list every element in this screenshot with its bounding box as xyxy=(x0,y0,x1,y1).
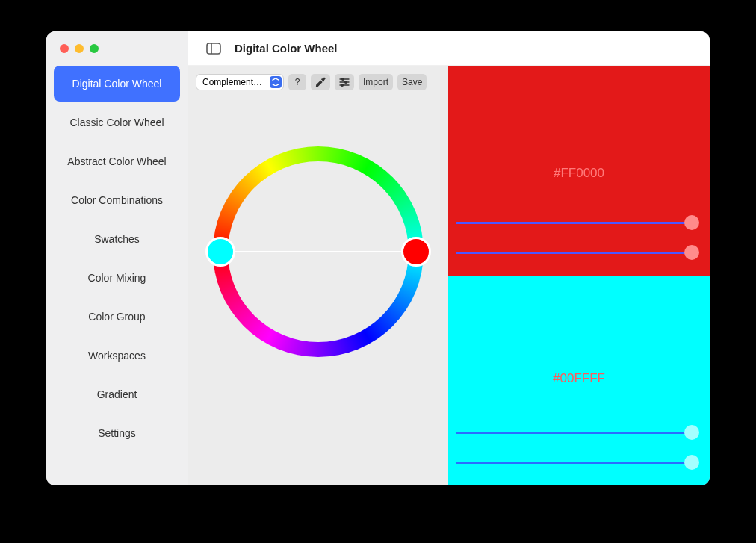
window-title: Digital Color Wheel xyxy=(235,42,338,55)
save-label: Save xyxy=(402,77,422,87)
sidebar-icon xyxy=(206,43,221,55)
sidebar-item-label: Color Mixing xyxy=(88,272,146,284)
sidebar-item-label: Gradient xyxy=(97,388,137,400)
sidebar: Digital Color Wheel Classic Color Wheel … xyxy=(46,66,188,485)
window-body: Digital Color Wheel Classic Color Wheel … xyxy=(46,66,710,485)
app-window: Digital Color Wheel Digital Color Wheel … xyxy=(46,31,710,485)
slider-thumb[interactable] xyxy=(684,425,699,440)
sidebar-item-workspaces[interactable]: Workspaces xyxy=(54,338,180,373)
fullscreen-window-button[interactable] xyxy=(90,44,99,53)
eyedropper-button[interactable] xyxy=(311,74,330,90)
hex-code-label[interactable]: #FF0000 xyxy=(448,166,710,181)
color-panels: #FF0000 #00FFFF xyxy=(448,66,710,485)
panel-2-sliders xyxy=(456,411,701,471)
slider-track xyxy=(456,222,695,224)
slider-track xyxy=(456,432,695,434)
color-node-red[interactable] xyxy=(401,237,431,267)
sidebar-item-label: Settings xyxy=(98,427,136,439)
sidebar-item-swatches[interactable]: Swatches xyxy=(54,221,180,257)
sidebar-toggle-button[interactable] xyxy=(206,43,221,55)
color-wheel-connector-line xyxy=(220,251,416,252)
sidebar-item-label: Abstract Color Wheel xyxy=(67,155,166,167)
save-button[interactable]: Save xyxy=(397,74,427,90)
svg-point-5 xyxy=(345,81,347,84)
eyedropper-icon xyxy=(315,77,326,87)
panel-2-slider-1[interactable] xyxy=(456,424,695,441)
svg-rect-0 xyxy=(207,43,220,54)
main-content: Complement… ? xyxy=(188,66,710,485)
svg-point-7 xyxy=(341,84,344,87)
color-panel-1: #FF0000 xyxy=(448,66,710,276)
close-window-button[interactable] xyxy=(60,44,69,53)
chevron-down-icon xyxy=(270,76,282,88)
help-button[interactable]: ? xyxy=(288,74,306,90)
minimize-window-button[interactable] xyxy=(75,44,84,53)
window-traffic-lights xyxy=(46,31,188,66)
sidebar-item-color-group[interactable]: Color Group xyxy=(54,299,180,335)
sidebar-item-label: Color Group xyxy=(88,311,145,323)
sidebar-item-color-mixing[interactable]: Color Mixing xyxy=(54,260,180,296)
slider-thumb[interactable] xyxy=(684,215,699,230)
sidebar-item-label: Digital Color Wheel xyxy=(72,78,162,90)
slider-track xyxy=(456,462,695,464)
panel-2-slider-2[interactable] xyxy=(456,454,695,471)
slider-track xyxy=(456,252,695,254)
scheme-select[interactable]: Complement… xyxy=(196,74,284,90)
wheel-panel: Complement… ? xyxy=(188,66,448,485)
help-label: ? xyxy=(295,77,300,87)
scheme-select-label: Complement… xyxy=(202,77,267,87)
color-panel-2: #00FFFF xyxy=(448,276,710,485)
sidebar-item-label: Classic Color Wheel xyxy=(69,117,164,128)
slider-thumb[interactable] xyxy=(684,455,699,470)
import-button[interactable]: Import xyxy=(359,74,393,90)
sidebar-item-digital-color-wheel[interactable]: Digital Color Wheel xyxy=(54,66,180,102)
sidebar-item-label: Color Combinations xyxy=(71,194,163,206)
sidebar-item-classic-color-wheel[interactable]: Classic Color Wheel xyxy=(54,105,180,140)
hex-code-label[interactable]: #00FFFF xyxy=(448,371,710,386)
sidebar-item-label: Swatches xyxy=(94,233,140,245)
svg-point-3 xyxy=(342,78,344,81)
sidebar-item-gradient[interactable]: Gradient xyxy=(54,376,180,412)
panel-1-slider-2[interactable] xyxy=(456,244,695,261)
sidebar-item-abstract-color-wheel[interactable]: Abstract Color Wheel xyxy=(54,143,180,179)
wheel-toolbar: Complement… ? xyxy=(196,72,441,93)
adjustments-button[interactable] xyxy=(335,74,354,90)
color-node-cyan[interactable] xyxy=(205,237,235,267)
color-wheel[interactable] xyxy=(213,146,424,357)
slider-thumb[interactable] xyxy=(684,245,699,260)
sidebar-item-settings[interactable]: Settings xyxy=(54,415,180,451)
sidebar-item-color-combinations[interactable]: Color Combinations xyxy=(54,182,180,218)
import-label: Import xyxy=(363,77,388,87)
sidebar-item-label: Workspaces xyxy=(88,350,146,362)
sliders-icon xyxy=(339,77,350,87)
panel-1-sliders xyxy=(456,201,701,261)
panel-1-slider-1[interactable] xyxy=(456,214,695,231)
